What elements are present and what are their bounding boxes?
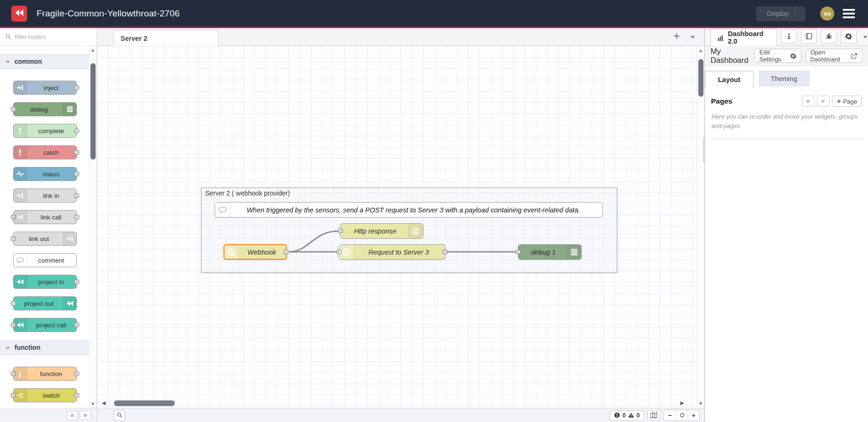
- node-port-output[interactable]: [74, 371, 79, 376]
- tab-help[interactable]: [801, 29, 817, 44]
- collapse-all-button[interactable]: [67, 411, 78, 420]
- node-debug-1[interactable]: debug 1: [518, 244, 582, 260]
- canvas-horizontal-scrollbar[interactable]: ◀ ▶: [97, 399, 696, 408]
- node-port-input[interactable]: [11, 236, 16, 241]
- open-dashboard-button[interactable]: Open Dashboard: [805, 49, 862, 63]
- palette-node-catch[interactable]: catch: [13, 145, 77, 159]
- header-bar: Fragile-Common-Yellowthroat-2706 Deploy …: [0, 0, 868, 28]
- node-request-to-server-3[interactable]: Request to Server 3: [339, 244, 445, 260]
- node-port-output[interactable]: [442, 249, 448, 254]
- user-avatar[interactable]: su: [820, 7, 834, 21]
- palette-search[interactable]: [0, 28, 97, 46]
- flow-tab-server-2[interactable]: Server 2: [113, 30, 219, 46]
- palette-filter-input[interactable]: [15, 33, 75, 40]
- palette-footer: [0, 408, 97, 422]
- palette-node-debug[interactable]: debug: [13, 102, 77, 116]
- palette-node-status[interactable]: status: [13, 167, 77, 181]
- node-port-output[interactable]: [74, 172, 79, 176]
- main-menu-button[interactable]: [843, 9, 855, 18]
- palette-node-project-in[interactable]: project in: [13, 275, 77, 289]
- globe-icon: [224, 245, 239, 259]
- node-port-output[interactable]: [74, 323, 79, 327]
- zoom-out-button[interactable]: −: [664, 410, 676, 421]
- palette-scrollbar-thumb[interactable]: [90, 63, 96, 159]
- svg-text:f: f: [19, 370, 22, 377]
- deploy-options-button[interactable]: [795, 6, 805, 21]
- edit-settings-button[interactable]: Edit Settings: [754, 49, 801, 63]
- move-up-button[interactable]: [802, 96, 815, 107]
- tab-layout[interactable]: Layout: [705, 71, 754, 88]
- edit-settings-label: Edit Settings: [759, 49, 786, 63]
- scroll-up-arrow[interactable]: ▲: [89, 47, 97, 53]
- scroll-right-arrow[interactable]: ▶: [681, 400, 684, 406]
- palette-scrollbar[interactable]: ▲ ▼: [89, 46, 97, 408]
- exclamation-icon: [14, 124, 27, 137]
- expand-all-button[interactable]: [80, 411, 91, 420]
- scroll-up-arrow[interactable]: ▲: [697, 48, 704, 53]
- node-port-output[interactable]: [74, 150, 79, 155]
- sidebar-tab-list-button[interactable]: [862, 34, 868, 40]
- node-red-logo-icon: [11, 6, 27, 22]
- palette-node-function[interactable]: ffunction: [13, 367, 77, 381]
- tab-config[interactable]: [841, 29, 857, 44]
- palette-node-inject[interactable]: inject: [13, 81, 77, 95]
- node-port-input[interactable]: [11, 107, 16, 112]
- scroll-down-arrow[interactable]: ▼: [697, 401, 704, 406]
- scroll-left-arrow[interactable]: ◀: [102, 400, 105, 406]
- zoom-in-button[interactable]: +: [688, 410, 699, 421]
- node-http-response[interactable]: Http response: [340, 223, 423, 239]
- comment-node[interactable]: When triggered by the sensors, send a PO…: [215, 202, 603, 218]
- pages-section-header: Pages Page: [705, 88, 868, 107]
- node-port-output[interactable]: [74, 85, 79, 90]
- node-port-output[interactable]: [74, 128, 79, 133]
- palette-node-switch[interactable]: switch: [13, 388, 77, 402]
- palette-node-comment[interactable]: comment: [13, 253, 77, 267]
- node-port-input[interactable]: [11, 301, 16, 306]
- add-page-label: Page: [843, 98, 857, 105]
- debug-lines-icon: [567, 245, 581, 259]
- wire[interactable]: [289, 231, 338, 252]
- palette-node-project-call[interactable]: project call: [13, 318, 77, 332]
- fork-icon: [14, 389, 27, 402]
- tab-debug[interactable]: [821, 29, 837, 44]
- sidebar-splitter-handle[interactable]: [703, 137, 705, 163]
- navigator-button[interactable]: [647, 410, 660, 421]
- zoom-reset-button[interactable]: [676, 410, 688, 421]
- notification-counts[interactable]: 0 0: [610, 410, 644, 421]
- arrow-in-icon: [14, 211, 27, 224]
- flow-canvas[interactable]: Server 2 ( webhook provider) When trigge…: [97, 46, 704, 408]
- scrollbar-thumb[interactable]: [114, 400, 175, 406]
- move-down-button[interactable]: [817, 96, 830, 107]
- section-divider: [711, 139, 863, 139]
- palette-node-project-out[interactable]: project out: [13, 296, 77, 310]
- palette-node-complete[interactable]: complete: [13, 124, 77, 138]
- canvas-vertical-scrollbar[interactable]: ▲ ▼: [696, 46, 704, 408]
- node-webhook[interactable]: Webhook: [224, 244, 287, 260]
- flow-list-button[interactable]: [689, 34, 696, 40]
- node-port-output[interactable]: [74, 393, 79, 398]
- node-port-output[interactable]: [284, 249, 289, 254]
- palette-category-function[interactable]: function: [0, 340, 89, 355]
- palette-node-link-out[interactable]: link out: [13, 232, 77, 246]
- tab-theming[interactable]: Theming: [759, 71, 809, 86]
- node-port-input[interactable]: [516, 249, 521, 254]
- node-port-output[interactable]: [74, 215, 79, 219]
- tab-dashboard-2[interactable]: Dashboard 2.0: [711, 29, 777, 46]
- search-flows-button[interactable]: [114, 410, 125, 421]
- deploy-button[interactable]: Deploy: [756, 6, 805, 21]
- node-label: Request to Server 3: [339, 249, 445, 256]
- node-port-output[interactable]: [74, 193, 79, 198]
- palette-category-common[interactable]: common: [0, 54, 89, 69]
- palette-node-link-in[interactable]: link in: [13, 188, 77, 203]
- tab-info[interactable]: [781, 29, 797, 44]
- external-link-icon: [851, 53, 857, 59]
- scrollbar-thumb[interactable]: [698, 59, 703, 97]
- globe-icon: [408, 224, 423, 238]
- workspace: Server 2 Server 2 ( webhook provider) Wh…: [97, 28, 704, 422]
- add-flow-button[interactable]: [673, 33, 680, 39]
- node-port-input[interactable]: [338, 228, 343, 233]
- add-page-button[interactable]: Page: [832, 96, 862, 107]
- node-port-output[interactable]: [74, 279, 79, 284]
- palette-node-link-call[interactable]: link call: [13, 210, 77, 224]
- scroll-down-arrow[interactable]: ▼: [89, 401, 97, 407]
